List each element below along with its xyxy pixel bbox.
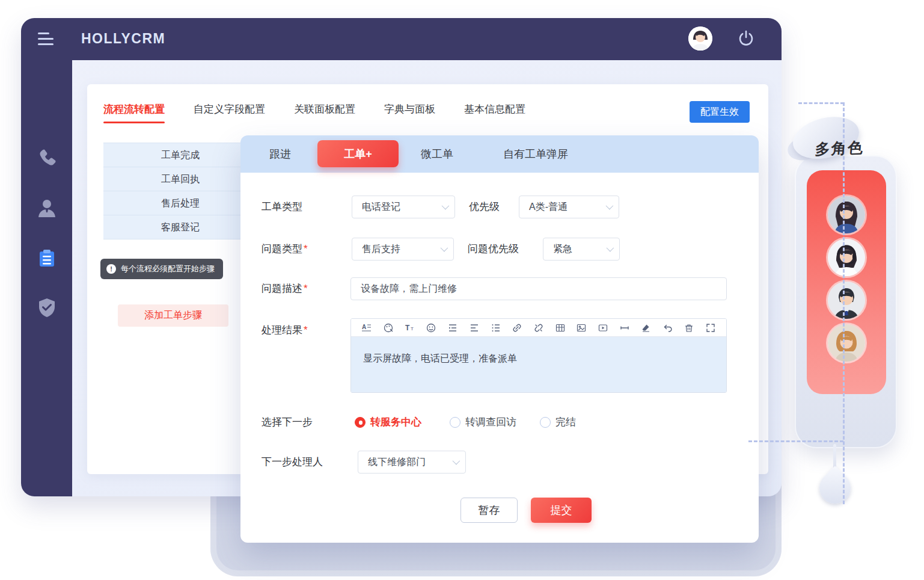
tab-basic-info-config[interactable]: 基本信息配置	[464, 102, 525, 123]
app-title: HOLLYCRM	[81, 31, 165, 47]
issue-type-select[interactable]: 售后支持	[352, 238, 454, 261]
trash-icon[interactable]	[679, 321, 699, 335]
ticket-type-label: 工单类型	[262, 196, 302, 218]
clipboard-icon[interactable]	[36, 247, 58, 269]
screenshot-canvas: HOLLYCRM	[0, 0, 924, 580]
app-header: HOLLYCRM	[21, 18, 782, 60]
chevron-down-icon	[453, 457, 460, 465]
priority-label: 优先级	[469, 196, 500, 218]
step-row-aftersales[interactable]: 售后处理	[103, 191, 257, 215]
align-icon[interactable]	[465, 321, 485, 335]
ticket-type-select[interactable]: 电话登记	[352, 196, 455, 218]
tooltip-text: 每个流程必须配置开始步骤	[121, 264, 215, 274]
shield-check-icon[interactable]	[36, 297, 58, 318]
chevron-down-icon	[607, 244, 614, 252]
apply-config-button[interactable]: 配置生效	[690, 101, 750, 123]
radio-transfer-service-center[interactable]: 转服务中心	[355, 415, 421, 429]
next-handler-select[interactable]: 线下维修部门	[358, 451, 466, 474]
submit-button[interactable]: 提交	[531, 498, 592, 523]
svg-text:A: A	[362, 324, 366, 330]
chevron-down-icon	[441, 244, 448, 252]
editor-toolbar: A TT	[351, 319, 726, 337]
save-draft-button[interactable]: 暂存	[460, 498, 518, 523]
user-avatar[interactable]	[688, 26, 712, 51]
tab-custom-fields-config[interactable]: 自定义字段配置	[194, 102, 265, 123]
multi-role-red-panel	[807, 170, 886, 394]
hamburger-menu-icon[interactable]	[38, 32, 54, 46]
step-row-service-register[interactable]: 客服登记	[103, 215, 257, 239]
priority-select[interactable]: A类-普通	[519, 196, 619, 218]
link-icon[interactable]	[507, 321, 527, 335]
role-avatar-2	[828, 239, 865, 276]
tab-process-flow-config[interactable]: 流程流转配置	[103, 102, 165, 123]
undo-icon[interactable]	[658, 321, 678, 335]
radio-unselected-icon	[540, 417, 551, 428]
tab-linked-panel-config[interactable]: 关联面板配置	[294, 102, 355, 123]
tab-micro-workorder[interactable]: 微工单	[421, 135, 453, 173]
next-step-label: 选择下一步	[262, 411, 313, 434]
tab-own-workorder-popup[interactable]: 自有工单弹屏	[503, 135, 568, 173]
result-label: 处理结果	[262, 319, 308, 342]
droplet-shape	[813, 466, 857, 510]
workorder-modal: 跟进 工单+ 微工单 自有工单弹屏 工单类型 电话登记 优先级 A类-普通 问题…	[240, 135, 759, 543]
config-tab-bar: 流程流转配置 自定义字段配置 关联面板配置 字典与面板 基本信息配置	[103, 102, 525, 123]
step-row-receipt[interactable]: 工单回执	[103, 167, 257, 191]
video-icon[interactable]	[593, 321, 613, 335]
result-editor-content[interactable]: 显示屏故障，电话已受理，准备派单	[351, 337, 726, 393]
list-icon[interactable]	[486, 321, 506, 335]
chevron-down-icon	[442, 202, 450, 210]
radio-unselected-icon	[450, 417, 460, 428]
text-style-icon[interactable]: A	[357, 321, 377, 335]
issue-priority-label: 问题优先级	[468, 238, 519, 261]
logout-power-icon[interactable]	[736, 29, 756, 48]
role-avatar-3	[828, 282, 865, 319]
exclamation-icon: !	[106, 264, 116, 274]
tab-follow-up[interactable]: 跟进	[269, 135, 291, 173]
unlink-icon[interactable]	[529, 321, 549, 335]
issue-type-label: 问题类型	[262, 238, 308, 261]
issue-priority-select[interactable]: 紧急	[543, 238, 620, 261]
issue-desc-label: 问题描述	[262, 277, 308, 300]
svg-text:T: T	[411, 326, 414, 332]
palette-icon[interactable]	[379, 321, 399, 335]
dashed-line-bottom	[748, 440, 843, 442]
modal-tab-bar: 跟进 工单+ 微工单 自有工单弹屏	[240, 135, 759, 173]
chevron-down-icon	[606, 202, 614, 210]
multi-role-caption: 多角色	[815, 138, 865, 159]
flow-requirement-tooltip: ! 每个流程必须配置开始步骤	[100, 259, 223, 279]
radio-transfer-survey-callback[interactable]: 转调查回访	[450, 415, 516, 429]
indent-icon[interactable]	[443, 321, 463, 335]
tab-dictionary-panel[interactable]: 字典与面板	[384, 102, 435, 123]
emoji-icon[interactable]	[421, 321, 441, 335]
role-avatar-4	[828, 324, 865, 362]
dashed-line-vertical	[843, 102, 845, 504]
font-size-icon[interactable]: TT	[400, 321, 420, 335]
table-icon[interactable]	[550, 321, 570, 335]
app-sidebar	[21, 60, 72, 496]
step-row-complete[interactable]: 工单完成	[103, 143, 257, 167]
role-avatar-1	[828, 196, 865, 233]
divider-icon[interactable]	[614, 321, 634, 335]
add-step-button[interactable]: 添加工单步骤	[118, 304, 228, 327]
next-handler-label: 下一步处理人	[262, 451, 323, 474]
dashed-line-top	[798, 102, 844, 104]
eraser-icon[interactable]	[636, 321, 656, 335]
result-rich-editor[interactable]: A TT 显示屏故障，电话已受理，准备派单	[350, 318, 727, 393]
person-icon[interactable]	[36, 197, 58, 219]
svg-text:T: T	[405, 324, 410, 332]
tab-workorder-active[interactable]: 工单+	[317, 140, 399, 167]
issue-desc-input[interactable]: 设备故障，需上门维修	[350, 277, 727, 300]
workflow-step-list: 工单完成 工单回执 售后处理 客服登记	[103, 143, 257, 239]
phone-icon[interactable]	[36, 147, 58, 169]
image-icon[interactable]	[572, 321, 592, 335]
fullscreen-icon[interactable]	[700, 321, 720, 335]
radio-selected-icon	[355, 417, 366, 428]
radio-finish[interactable]: 完结	[540, 415, 576, 429]
